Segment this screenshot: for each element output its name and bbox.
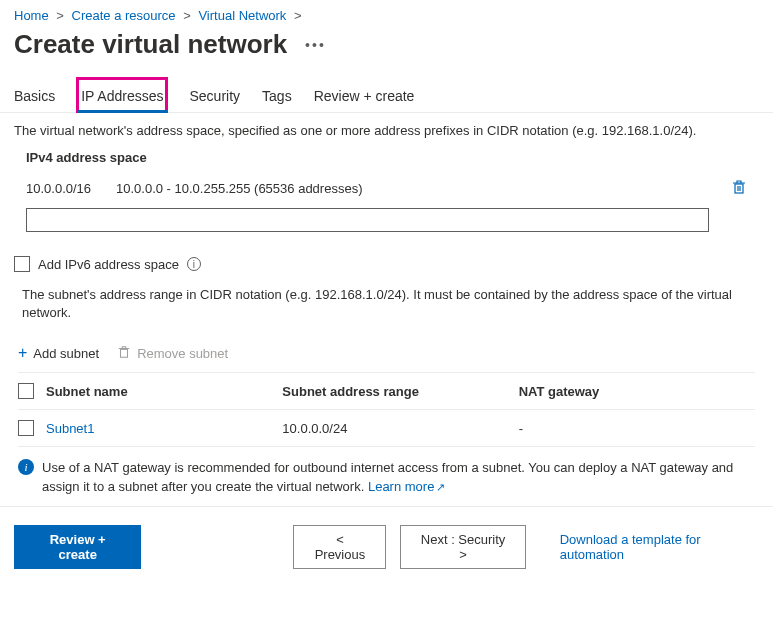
ipv4-label: IPv4 address space [0,138,773,171]
svg-rect-1 [121,349,128,357]
breadcrumb-home[interactable]: Home [14,8,49,23]
subnet-toolbar: + Add subnet Remove subnet [0,322,773,372]
info-icon[interactable]: i [187,257,201,271]
subnet-nat-value: - [519,421,755,436]
next-button[interactable]: Next : Security > [400,525,525,569]
breadcrumb: Home > Create a resource > Virtual Netwo… [0,0,773,27]
tab-bar: Basics IP Addresses Security Tags Review… [0,78,773,113]
delete-address-button[interactable] [731,179,747,198]
address-cidr: 10.0.0.0/16 [26,181,116,196]
trash-icon [731,179,747,195]
subnet-table-header: Subnet name Subnet address range NAT gat… [18,373,755,410]
new-address-input[interactable] [26,208,709,232]
address-space-row: 10.0.0.0/16 10.0.0.0 - 10.0.255.255 (655… [0,171,773,204]
page-title: Create virtual network [14,29,287,60]
select-all-checkbox[interactable] [18,383,34,399]
info-text-container: Use of a NAT gateway is recommended for … [42,459,755,495]
address-range: 10.0.0.0 - 10.0.255.255 (65536 addresses… [116,181,362,196]
learn-more-link[interactable]: Learn more↗ [368,479,445,494]
review-create-button[interactable]: Review + create [14,525,141,569]
tab-security[interactable]: Security [189,78,240,112]
nat-info-banner: i Use of a NAT gateway is recommended fo… [0,447,773,506]
external-link-icon: ↗ [436,481,445,493]
row-checkbox[interactable] [18,420,34,436]
add-subnet-label: Add subnet [33,346,99,361]
subnet-description: The subnet's address range in CIDR notat… [0,276,773,322]
download-template-link[interactable]: Download a template for automation [560,532,759,562]
ipv4-description: The virtual network's address space, spe… [0,113,773,138]
plus-icon: + [18,344,27,362]
chevron-right-icon: > [294,8,302,23]
remove-subnet-label: Remove subnet [137,346,228,361]
ipv6-checkbox-label: Add IPv6 address space [38,257,179,272]
col-subnet-range: Subnet address range [282,384,518,399]
svg-rect-0 [735,184,743,193]
tab-ip-addresses[interactable]: IP Addresses [77,78,167,112]
ipv6-checkbox[interactable] [14,256,30,272]
tab-review-create[interactable]: Review + create [314,78,415,112]
col-subnet-name: Subnet name [46,384,282,399]
add-subnet-button[interactable]: + Add subnet [18,344,99,362]
subnet-name-link[interactable]: Subnet1 [46,421,282,436]
tab-tags[interactable]: Tags [262,78,292,112]
breadcrumb-virtual-network[interactable]: Virtual Network [198,8,286,23]
tab-basics[interactable]: Basics [14,78,55,112]
chevron-right-icon: > [56,8,64,23]
table-row: Subnet1 10.0.0.0/24 - [18,410,755,447]
subnet-table: Subnet name Subnet address range NAT gat… [18,372,755,447]
info-icon: i [18,459,34,475]
more-actions-icon[interactable]: ••• [305,37,326,53]
ipv6-checkbox-row: Add IPv6 address space i [0,242,773,276]
page-header: Create virtual network ••• [0,27,773,78]
subnet-range-value: 10.0.0.0/24 [282,421,518,436]
footer-bar: Review + create < Previous Next : Securi… [0,507,773,587]
remove-subnet-button: Remove subnet [117,345,228,362]
col-nat-gateway: NAT gateway [519,384,755,399]
chevron-right-icon: > [183,8,191,23]
trash-icon [117,345,131,362]
breadcrumb-create-resource[interactable]: Create a resource [72,8,176,23]
previous-button[interactable]: < Previous [293,525,386,569]
